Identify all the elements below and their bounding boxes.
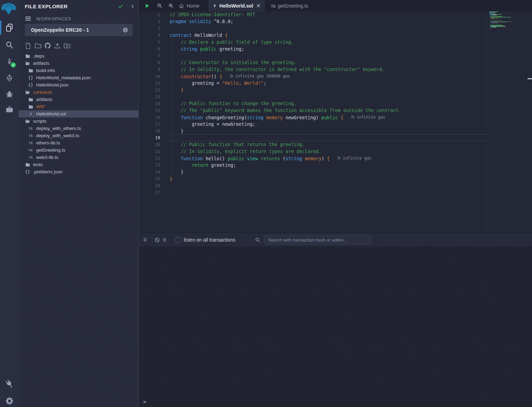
minimap-line xyxy=(501,22,504,23)
json-icon: {} xyxy=(28,83,33,88)
code-token: // Public function to change the greetin… xyxy=(181,101,296,106)
code-token: // Declare a public field of type string… xyxy=(181,40,294,45)
tree-item-ethers-lib.ts[interactable]: TSethers-lib.ts xyxy=(19,139,138,146)
tree-item-label: HelloWorld.sol xyxy=(36,111,66,116)
tree-item-label: WIP xyxy=(36,104,45,109)
tree-item-getGreeting.ts[interactable]: TSgetGreeting.ts xyxy=(19,146,138,154)
code-token: function xyxy=(181,115,203,120)
solidity-compiler-icon[interactable] xyxy=(0,54,19,69)
code-text: } xyxy=(170,129,184,134)
minimap-line xyxy=(504,22,506,23)
tree-item-WIP[interactable]: WIP xyxy=(19,103,138,110)
listen-all-checkbox[interactable] xyxy=(176,237,181,243)
minimap-line xyxy=(493,27,496,28)
expand-terminal-icon[interactable] xyxy=(142,233,148,247)
minimap-line xyxy=(490,15,492,16)
search-icon[interactable] xyxy=(0,37,19,52)
tree-item-tests[interactable]: tests xyxy=(19,161,138,168)
terminal-panel: 0 listen on all transactions > xyxy=(139,233,532,407)
minimap[interactable] xyxy=(489,11,518,53)
transaction-search-input[interactable] xyxy=(264,235,371,244)
zoom-out-icon[interactable] xyxy=(155,0,164,11)
code-token: HelloWorld xyxy=(192,33,225,38)
tree-item-web3-lib.ts[interactable]: TSweb3-lib.ts xyxy=(19,154,138,161)
code-token: // Constructor to initialize the greetin… xyxy=(181,60,296,65)
code-line-27: 27 xyxy=(139,189,532,196)
code-token: } xyxy=(181,170,184,175)
ts-icon: TS xyxy=(28,127,33,130)
github-icon[interactable] xyxy=(44,42,51,50)
code-token: string xyxy=(247,115,263,120)
code-token: changeGreeting( xyxy=(203,115,247,120)
code-token xyxy=(170,40,181,45)
line-number: 4 xyxy=(139,33,160,38)
workspace-select[interactable]: OpenZeppelin ERC20 - 1 xyxy=(25,24,133,36)
tab-Home[interactable]: Home xyxy=(174,0,204,11)
line-number: 12 xyxy=(139,88,160,92)
code-line-22: 22 function hello() public view returns … xyxy=(139,155,532,162)
chevron-right-icon[interactable] xyxy=(130,4,135,9)
workspace-sort-icon xyxy=(122,27,128,33)
code-token: // The "public" keyword makes the functi… xyxy=(181,108,401,113)
tree-item-contracts[interactable]: contracts xyxy=(19,89,138,96)
tab-getGreeting.ts[interactable]: TSgetGreeting.ts xyxy=(266,0,313,11)
clear-console-icon[interactable] xyxy=(154,233,160,247)
minimap-line xyxy=(497,26,498,27)
code-text: return greeting; xyxy=(170,163,236,168)
code-text: function changeGreeting(string memory ne… xyxy=(170,115,385,120)
tree-item-build-info[interactable]: build-info xyxy=(19,67,138,74)
tree-item-deploy_with_web3.ts[interactable]: TSdeploy_with_web3.ts xyxy=(19,132,138,139)
deploy-run-icon[interactable] xyxy=(0,70,19,85)
minimap-line xyxy=(490,19,491,20)
code-token xyxy=(170,170,181,175)
tree-item-artifacts[interactable]: artifacts xyxy=(19,96,138,103)
upload-folder-icon[interactable] xyxy=(63,42,70,50)
json-icon: {} xyxy=(25,170,30,174)
tree-item-HelloWorld_metadata.json[interactable]: {}HelloWorld_metadata.json xyxy=(19,74,138,81)
tree-item-.deps[interactable]: .deps xyxy=(19,52,138,60)
settings-icon[interactable] xyxy=(0,393,19,407)
code-token: // In Solidity, explicit return types ar… xyxy=(181,149,321,154)
tree-item-scripts[interactable]: scripts xyxy=(19,118,138,125)
remix-logo[interactable] xyxy=(1,1,18,17)
code-text: // Declare a public field of type string… xyxy=(170,40,294,45)
play-icon[interactable] xyxy=(143,0,151,11)
tree-item-label: getGreeting.ts xyxy=(36,147,65,153)
tree-item-.prettierrc.json[interactable]: {}.prettierrc.json xyxy=(19,168,138,175)
line-number: 26 xyxy=(139,183,160,188)
learneth-icon[interactable] xyxy=(0,102,19,117)
tree-item-HelloWorld.json[interactable]: {}HelloWorld.json xyxy=(19,81,138,89)
new-folder-icon[interactable] xyxy=(34,42,41,50)
code-token: public xyxy=(200,47,217,52)
code-line-1: 1// SPDX-License-Identifier: MIT xyxy=(139,11,532,18)
check-icon xyxy=(117,3,124,9)
tree-item-artifacts[interactable]: artifacts xyxy=(19,60,138,67)
tab-label: HelloWorld.sol xyxy=(219,3,253,9)
code-token xyxy=(170,142,181,147)
plugin-manager-icon[interactable] xyxy=(0,376,19,391)
code-token xyxy=(170,108,181,113)
line-number: 14 xyxy=(139,101,160,106)
tree-item-label: HelloWorld_metadata.json xyxy=(36,75,91,80)
upload-file-icon[interactable] xyxy=(54,42,60,50)
debugger-icon[interactable] xyxy=(0,86,19,101)
code-editor[interactable]: 1// SPDX-License-Identifier: MIT2pragma … xyxy=(139,11,532,233)
workspaces-menu-icon[interactable] xyxy=(25,16,31,21)
new-file-icon[interactable] xyxy=(25,42,31,50)
tree-item-label: artifacts xyxy=(36,97,52,102)
file-explorer-icon[interactable] xyxy=(0,20,19,35)
code-token: ; xyxy=(263,81,266,86)
file-explorer-panel: FILE EXPLORER WORKSPACES OpenZeppelin ER… xyxy=(19,0,139,407)
tree-item-label: deploy_with_web3.ts xyxy=(36,133,79,138)
tree-item-HelloWorld.sol[interactable]: HelloWorld.sol xyxy=(19,110,138,118)
scrollbar-handle[interactable] xyxy=(528,78,532,79)
code-line-15: 15 // The "public" keyword makes the fun… xyxy=(139,107,532,114)
close-icon[interactable] xyxy=(256,3,261,8)
tree-item-deploy_with_ethers.ts[interactable]: TSdeploy_with_ethers.ts xyxy=(19,125,138,132)
code-text: } xyxy=(170,176,173,182)
code-line-21: 21 // In Solidity, explicit return types… xyxy=(139,148,532,155)
code-text: } xyxy=(170,170,184,175)
code-line-16: 16 function changeGreeting(string memory… xyxy=(139,114,532,121)
tab-HelloWorld.sol[interactable]: HelloWorld.sol xyxy=(208,0,265,11)
line-number: 7 xyxy=(139,53,160,58)
